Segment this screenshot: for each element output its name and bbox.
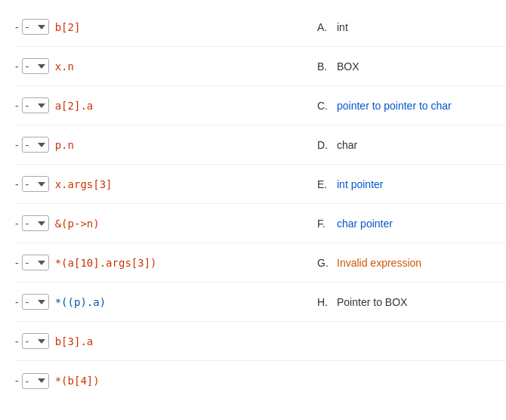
answer-text-6: char pointer	[337, 218, 393, 230]
dropdown-9[interactable]: -ABCDEFGH	[22, 333, 49, 349]
questions-column: --ABCDEFGHb[2]--ABCDEFGHx.n--ABCDEFGHa[2…	[15, 8, 317, 400]
main-layout: --ABCDEFGHb[2]--ABCDEFGHx.n--ABCDEFGHa[2…	[15, 8, 506, 400]
answer-label-8: H.	[317, 296, 332, 308]
dropdown-10[interactable]: -ABCDEFGH	[22, 373, 49, 389]
dropdown-2[interactable]: -ABCDEFGH	[22, 58, 49, 74]
answer-row-empty-1	[317, 322, 506, 361]
answer-row-7: G.Invalid expression	[317, 243, 506, 283]
answer-label-7: G.	[317, 257, 332, 269]
answer-row-5: E.int pointer	[317, 165, 506, 204]
expr-6: &(p->n)	[55, 218, 100, 230]
expr-1: b[2]	[55, 21, 81, 33]
dropdown-4[interactable]: -ABCDEFGH	[22, 137, 49, 153]
expr-2: x.n	[55, 60, 74, 73]
question-row-6: --ABCDEFGH&(p->n)	[15, 204, 317, 243]
answer-label-1: A.	[317, 21, 332, 33]
dash-2: -	[15, 60, 19, 73]
answer-text-5: int pointer	[337, 178, 383, 190]
answer-text-8: Pointer to BOX	[337, 296, 407, 308]
answer-row-4: D.char	[317, 125, 506, 165]
answer-label-4: D.	[317, 139, 332, 151]
expr-5: x.args[3]	[55, 178, 113, 190]
dash-5: -	[15, 178, 19, 190]
answer-row-empty-2	[317, 361, 506, 400]
answers-column: A.intB.BOXC.pointer to pointer to charD.…	[317, 8, 506, 400]
expr-10: *(b[4])	[55, 375, 100, 387]
expr-4: p.n	[55, 139, 74, 151]
question-row-3: --ABCDEFGHa[2].a	[15, 86, 317, 125]
question-row-10: --ABCDEFGH*(b[4])	[15, 361, 317, 400]
question-row-4: --ABCDEFGHp.n	[15, 125, 317, 165]
answer-row-8: H.Pointer to BOX	[317, 283, 506, 322]
question-row-7: --ABCDEFGH*(a[10].args[3])	[15, 243, 317, 283]
dropdown-7[interactable]: -ABCDEFGH	[22, 255, 49, 270]
answer-row-1: A.int	[317, 8, 506, 47]
question-row-2: --ABCDEFGHx.n	[15, 47, 317, 86]
answer-row-6: F.char pointer	[317, 204, 506, 243]
dropdown-5[interactable]: -ABCDEFGH	[22, 176, 49, 192]
expr-7: *(a[10].args[3])	[55, 257, 157, 269]
dash-9: -	[15, 335, 19, 347]
dash-10: -	[15, 375, 19, 387]
dropdown-8[interactable]: -ABCDEFGH	[22, 294, 49, 310]
question-row-5: --ABCDEFGHx.args[3]	[15, 165, 317, 204]
question-row-1: --ABCDEFGHb[2]	[15, 8, 317, 47]
answer-text-1: int	[337, 21, 348, 33]
expr-3: a[2].a	[55, 100, 94, 112]
answer-label-3: C.	[317, 100, 332, 112]
answer-text-4: char	[337, 139, 357, 151]
dash-7: -	[15, 257, 19, 269]
dash-8: -	[15, 296, 19, 308]
question-row-9: --ABCDEFGHb[3].a	[15, 322, 317, 361]
expr-9: b[3].a	[55, 335, 94, 347]
answer-label-6: F.	[317, 218, 332, 230]
answer-row-3: C.pointer to pointer to char	[317, 86, 506, 125]
dropdown-6[interactable]: -ABCDEFGH	[22, 215, 49, 231]
answer-label-5: E.	[317, 178, 332, 190]
dropdown-1[interactable]: -ABCDEFGH	[22, 19, 49, 35]
answer-text-2: BOX	[337, 60, 359, 73]
dash-4: -	[15, 139, 19, 151]
answer-text-3: pointer to pointer to char	[337, 100, 452, 112]
answer-text-7: Invalid expression	[337, 257, 421, 269]
question-row-8: --ABCDEFGH*((p).a)	[15, 283, 317, 322]
dash-6: -	[15, 218, 19, 230]
answer-label-2: B.	[317, 60, 332, 73]
dash-1: -	[15, 21, 19, 33]
answer-row-2: B.BOX	[317, 47, 506, 86]
dash-3: -	[15, 100, 19, 112]
dropdown-3[interactable]: -ABCDEFGH	[22, 97, 49, 113]
expr-8: *((p).a)	[55, 296, 106, 308]
